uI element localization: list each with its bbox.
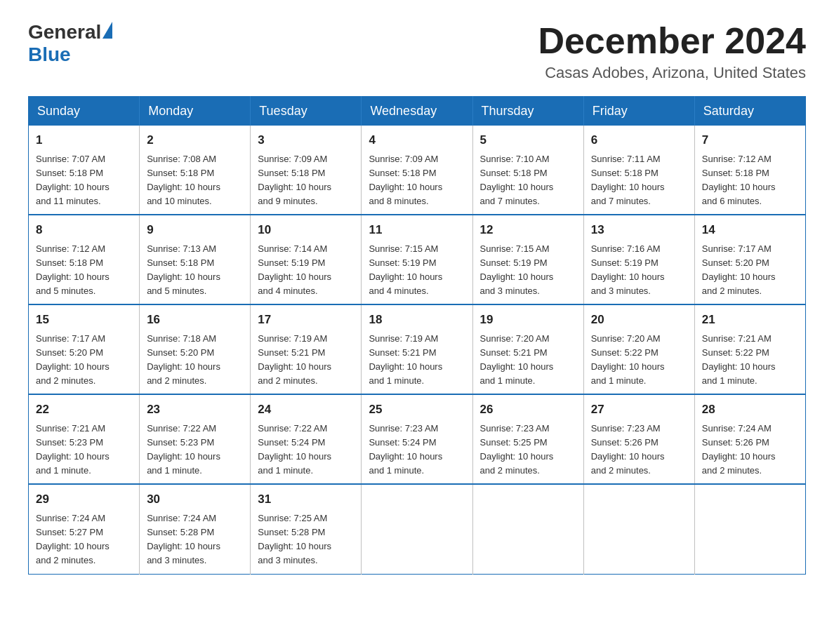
logo-blue-text: Blue [28, 43, 71, 65]
day-number: 14 [702, 221, 798, 239]
day-info: Sunrise: 7:24 AMSunset: 5:28 PMDaylight:… [147, 513, 220, 565]
calendar-cell: 8Sunrise: 7:12 AMSunset: 5:18 PMDaylight… [29, 215, 140, 304]
day-number: 3 [258, 131, 354, 149]
calendar-cell: 6Sunrise: 7:11 AMSunset: 5:18 PMDaylight… [583, 126, 694, 215]
col-friday: Friday [583, 97, 694, 126]
calendar-cell: 31Sunrise: 7:25 AMSunset: 5:28 PMDayligh… [251, 484, 362, 574]
calendar-cell: 14Sunrise: 7:17 AMSunset: 5:20 PMDayligh… [694, 215, 805, 304]
calendar-cell: 15Sunrise: 7:17 AMSunset: 5:20 PMDayligh… [29, 304, 140, 394]
day-number: 30 [147, 490, 243, 509]
calendar-cell: 11Sunrise: 7:15 AMSunset: 5:19 PMDayligh… [362, 215, 472, 304]
calendar-week-row: 1Sunrise: 7:07 AMSunset: 5:18 PMDaylight… [29, 126, 806, 215]
calendar-cell: 12Sunrise: 7:15 AMSunset: 5:19 PMDayligh… [472, 215, 583, 304]
day-number: 2 [147, 131, 243, 149]
calendar-cell: 20Sunrise: 7:20 AMSunset: 5:22 PMDayligh… [583, 304, 694, 394]
day-info: Sunrise: 7:07 AMSunset: 5:18 PMDaylight:… [36, 154, 110, 206]
calendar-cell: 24Sunrise: 7:22 AMSunset: 5:24 PMDayligh… [251, 394, 362, 484]
day-number: 28 [702, 401, 798, 419]
calendar-cell: 19Sunrise: 7:20 AMSunset: 5:21 PMDayligh… [472, 304, 583, 394]
page-header: General Blue December 2024 Casas Adobes,… [28, 21, 806, 82]
calendar-week-row: 15Sunrise: 7:17 AMSunset: 5:20 PMDayligh… [29, 304, 806, 394]
day-info: Sunrise: 7:24 AMSunset: 5:27 PMDaylight:… [36, 513, 110, 565]
col-saturday: Saturday [694, 97, 805, 126]
calendar-cell: 27Sunrise: 7:23 AMSunset: 5:26 PMDayligh… [583, 394, 694, 484]
logo-general-text: General [28, 21, 101, 43]
day-number: 6 [591, 131, 687, 149]
day-number: 22 [36, 401, 132, 419]
logo: General Blue [28, 21, 112, 66]
calendar-week-row: 29Sunrise: 7:24 AMSunset: 5:27 PMDayligh… [29, 484, 806, 574]
calendar-cell: 9Sunrise: 7:13 AMSunset: 5:18 PMDaylight… [140, 215, 251, 304]
day-number: 20 [591, 311, 687, 329]
calendar-week-row: 22Sunrise: 7:21 AMSunset: 5:23 PMDayligh… [29, 394, 806, 484]
day-info: Sunrise: 7:23 AMSunset: 5:25 PMDaylight:… [480, 423, 554, 476]
day-number: 24 [258, 401, 354, 419]
day-info: Sunrise: 7:09 AMSunset: 5:18 PMDaylight:… [258, 154, 331, 206]
calendar-cell: 16Sunrise: 7:18 AMSunset: 5:20 PMDayligh… [140, 304, 251, 394]
day-number: 27 [591, 401, 687, 419]
col-sunday: Sunday [29, 97, 140, 126]
day-info: Sunrise: 7:18 AMSunset: 5:20 PMDaylight:… [147, 333, 220, 386]
col-thursday: Thursday [472, 97, 583, 126]
calendar-cell: 5Sunrise: 7:10 AMSunset: 5:18 PMDaylight… [472, 126, 583, 215]
day-number: 8 [36, 221, 132, 239]
day-info: Sunrise: 7:16 AMSunset: 5:19 PMDaylight:… [591, 243, 665, 296]
day-info: Sunrise: 7:22 AMSunset: 5:23 PMDaylight:… [147, 423, 220, 476]
day-info: Sunrise: 7:08 AMSunset: 5:18 PMDaylight:… [147, 154, 220, 206]
calendar-cell: 3Sunrise: 7:09 AMSunset: 5:18 PMDaylight… [251, 126, 362, 215]
calendar-cell [472, 484, 583, 574]
day-number: 26 [480, 401, 576, 419]
calendar-week-row: 8Sunrise: 7:12 AMSunset: 5:18 PMDaylight… [29, 215, 806, 304]
day-info: Sunrise: 7:11 AMSunset: 5:18 PMDaylight:… [591, 154, 665, 206]
day-number: 16 [147, 311, 243, 329]
day-info: Sunrise: 7:25 AMSunset: 5:28 PMDaylight:… [258, 513, 331, 565]
location-title: Casas Adobes, Arizona, United States [538, 64, 806, 82]
day-info: Sunrise: 7:17 AMSunset: 5:20 PMDaylight:… [702, 243, 776, 296]
day-number: 18 [369, 311, 465, 329]
calendar-cell [694, 484, 805, 574]
calendar-cell: 18Sunrise: 7:19 AMSunset: 5:21 PMDayligh… [362, 304, 472, 394]
calendar-cell [362, 484, 472, 574]
day-number: 1 [36, 131, 132, 149]
day-number: 23 [147, 401, 243, 419]
day-number: 21 [702, 311, 798, 329]
col-tuesday: Tuesday [251, 97, 362, 126]
calendar-table: Sunday Monday Tuesday Wednesday Thursday… [28, 96, 806, 574]
day-info: Sunrise: 7:19 AMSunset: 5:21 PMDaylight:… [258, 333, 331, 386]
day-number: 17 [258, 311, 354, 329]
calendar-cell: 26Sunrise: 7:23 AMSunset: 5:25 PMDayligh… [472, 394, 583, 484]
calendar-cell: 30Sunrise: 7:24 AMSunset: 5:28 PMDayligh… [140, 484, 251, 574]
day-info: Sunrise: 7:20 AMSunset: 5:21 PMDaylight:… [480, 333, 554, 386]
day-info: Sunrise: 7:17 AMSunset: 5:20 PMDaylight:… [36, 333, 110, 386]
day-number: 13 [591, 221, 687, 239]
calendar-cell: 23Sunrise: 7:22 AMSunset: 5:23 PMDayligh… [140, 394, 251, 484]
day-number: 11 [369, 221, 465, 239]
day-number: 15 [36, 311, 132, 329]
calendar-cell: 4Sunrise: 7:09 AMSunset: 5:18 PMDaylight… [362, 126, 472, 215]
calendar-cell: 22Sunrise: 7:21 AMSunset: 5:23 PMDayligh… [29, 394, 140, 484]
day-info: Sunrise: 7:20 AMSunset: 5:22 PMDaylight:… [591, 333, 665, 386]
day-info: Sunrise: 7:14 AMSunset: 5:19 PMDaylight:… [258, 243, 331, 296]
calendar-cell: 13Sunrise: 7:16 AMSunset: 5:19 PMDayligh… [583, 215, 694, 304]
calendar-header-row: Sunday Monday Tuesday Wednesday Thursday… [29, 97, 806, 126]
calendar-cell: 2Sunrise: 7:08 AMSunset: 5:18 PMDaylight… [140, 126, 251, 215]
day-info: Sunrise: 7:15 AMSunset: 5:19 PMDaylight:… [480, 243, 554, 296]
calendar-cell: 7Sunrise: 7:12 AMSunset: 5:18 PMDaylight… [694, 126, 805, 215]
title-area: December 2024 Casas Adobes, Arizona, Uni… [538, 21, 806, 82]
day-number: 4 [369, 131, 465, 149]
calendar-cell [583, 484, 694, 574]
day-number: 12 [480, 221, 576, 239]
day-number: 25 [369, 401, 465, 419]
day-info: Sunrise: 7:09 AMSunset: 5:18 PMDaylight:… [369, 154, 442, 206]
day-number: 19 [480, 311, 576, 329]
day-info: Sunrise: 7:22 AMSunset: 5:24 PMDaylight:… [258, 423, 331, 476]
day-number: 31 [258, 490, 354, 509]
day-info: Sunrise: 7:23 AMSunset: 5:24 PMDaylight:… [369, 423, 442, 476]
calendar-cell: 17Sunrise: 7:19 AMSunset: 5:21 PMDayligh… [251, 304, 362, 394]
day-number: 29 [36, 490, 132, 509]
day-info: Sunrise: 7:10 AMSunset: 5:18 PMDaylight:… [480, 154, 554, 206]
col-wednesday: Wednesday [362, 97, 472, 126]
calendar-cell: 1Sunrise: 7:07 AMSunset: 5:18 PMDaylight… [29, 126, 140, 215]
calendar-cell: 28Sunrise: 7:24 AMSunset: 5:26 PMDayligh… [694, 394, 805, 484]
day-info: Sunrise: 7:21 AMSunset: 5:23 PMDaylight:… [36, 423, 110, 476]
